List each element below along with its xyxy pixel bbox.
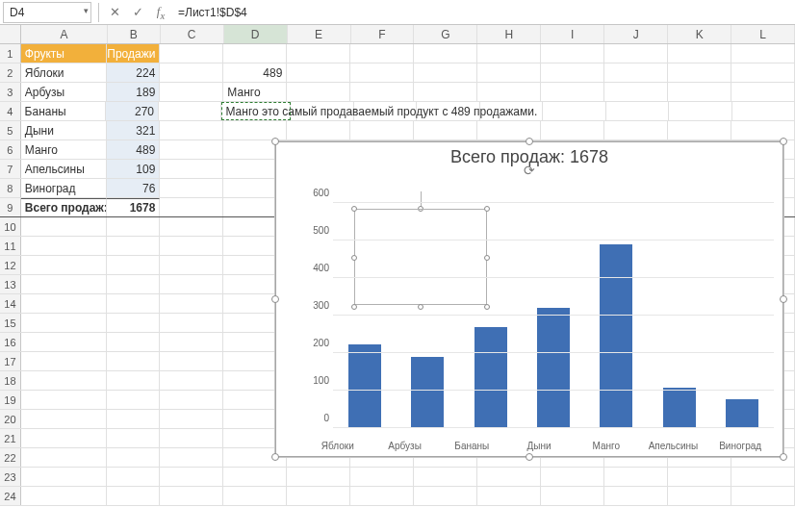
- col-header-k[interactable]: K: [668, 25, 731, 43]
- row-header-7[interactable]: 7: [0, 160, 21, 178]
- col-header-a[interactable]: A: [21, 25, 108, 43]
- resize-handle-se[interactable]: [780, 453, 787, 461]
- bar-rect[interactable]: [474, 327, 507, 428]
- cell-b1[interactable]: Продажи: [107, 44, 160, 63]
- row-header-21[interactable]: 21: [0, 429, 21, 447]
- y-tick-label: 500: [313, 225, 329, 236]
- bar-rect[interactable]: [663, 388, 696, 429]
- row-header-22[interactable]: 22: [0, 448, 21, 467]
- col-header-d[interactable]: D: [224, 25, 288, 43]
- cell-a1[interactable]: Фрукты: [21, 44, 107, 63]
- col-header-e[interactable]: E: [288, 25, 351, 43]
- cancel-button[interactable]: ✕: [103, 2, 126, 23]
- cell-c1[interactable]: [160, 44, 223, 63]
- y-tick-label: 400: [313, 263, 329, 273]
- cell-d4[interactable]: Манго это самый продаваемый продукт с 48…: [221, 102, 291, 120]
- col-header-b[interactable]: B: [108, 25, 161, 43]
- column-headers: A B C D E F G H I J K L: [0, 25, 795, 44]
- cell-a6[interactable]: Манго: [21, 140, 107, 159]
- resize-handle-nw[interactable]: [271, 138, 279, 145]
- row-header-2[interactable]: 2: [0, 63, 21, 82]
- row-header-14[interactable]: 14: [0, 294, 21, 313]
- cell-a2[interactable]: Яблоки: [21, 63, 107, 82]
- col-header-j[interactable]: J: [604, 25, 668, 43]
- col-header-g[interactable]: G: [414, 25, 477, 43]
- row-header-24[interactable]: 24: [0, 487, 21, 505]
- row-23: 23: [0, 468, 795, 487]
- resize-handle-e[interactable]: [780, 295, 787, 303]
- cell-a4[interactable]: Бананы: [21, 102, 107, 120]
- cell-d2[interactable]: 489: [223, 63, 287, 82]
- chart-object[interactable]: Всего продаж: 1678 ⟳ 0100200300400500600: [274, 140, 784, 458]
- row-header-4[interactable]: 4: [0, 102, 21, 120]
- row-header-17[interactable]: 17: [0, 352, 21, 370]
- x-tick-label: Манго: [573, 441, 640, 451]
- fx-button[interactable]: fx: [149, 2, 172, 23]
- row-header-20[interactable]: 20: [0, 410, 21, 428]
- bar-Бананы[interactable]: [459, 203, 522, 428]
- bar-Манго[interactable]: [585, 203, 648, 428]
- cell-b4[interactable]: 270: [106, 102, 159, 120]
- bar-Виноград[interactable]: [711, 203, 774, 428]
- cell-a9[interactable]: Всего продаж:: [21, 198, 107, 216]
- cell-a5[interactable]: Дыни: [21, 121, 107, 139]
- select-all-corner[interactable]: [0, 25, 21, 43]
- cell-d3[interactable]: Манго: [223, 83, 287, 101]
- row-header-16[interactable]: 16: [0, 333, 21, 351]
- spreadsheet-grid[interactable]: A B C D E F G H I J K L 1 Фрукты Продажи…: [0, 25, 795, 506]
- cell-b8[interactable]: 76: [107, 179, 160, 197]
- bar-rect[interactable]: [600, 244, 632, 428]
- x-tick-label: Виноград: [706, 441, 774, 451]
- resize-handle-s[interactable]: [526, 453, 533, 461]
- row-header-1[interactable]: 1: [0, 44, 21, 63]
- row-header-13[interactable]: 13: [0, 275, 21, 293]
- row-header-3[interactable]: 3: [0, 83, 21, 101]
- rotate-icon[interactable]: ⟳: [524, 163, 535, 178]
- bar-Яблоки[interactable]: [333, 203, 396, 428]
- bar-rect[interactable]: [537, 308, 570, 428]
- col-header-c[interactable]: C: [161, 25, 224, 43]
- bars-container: [333, 203, 774, 428]
- x-tick-label: Бананы: [438, 441, 505, 451]
- col-header-i[interactable]: I: [541, 25, 604, 43]
- cell-a8[interactable]: Виноград: [21, 179, 107, 197]
- resize-handle-sw[interactable]: [271, 453, 279, 461]
- bar-rect[interactable]: [726, 399, 758, 428]
- row-header-9[interactable]: 9: [0, 198, 21, 216]
- cell-d1[interactable]: [223, 44, 287, 63]
- row-header-8[interactable]: 8: [0, 179, 21, 197]
- row-header-18[interactable]: 18: [0, 371, 21, 390]
- bar-rect[interactable]: [411, 357, 444, 428]
- row-header-11[interactable]: 11: [0, 237, 21, 255]
- bar-Арбузы[interactable]: [396, 203, 458, 428]
- formula-input[interactable]: =Лист1!$D$4: [172, 6, 795, 19]
- row-header-23[interactable]: 23: [0, 468, 21, 486]
- dropdown-icon[interactable]: ▾: [84, 6, 89, 15]
- cell-a3[interactable]: Арбузы: [21, 83, 107, 101]
- bar-Апельсины[interactable]: [648, 203, 710, 428]
- row-header-5[interactable]: 5: [0, 121, 21, 139]
- name-box[interactable]: D4 ▾: [3, 2, 91, 23]
- resize-handle-ne[interactable]: [780, 138, 787, 145]
- resize-handle-w[interactable]: [271, 295, 279, 303]
- row-header-10[interactable]: 10: [0, 217, 21, 236]
- cell-b7[interactable]: 109: [107, 160, 160, 178]
- col-header-h[interactable]: H: [477, 25, 541, 43]
- enter-button[interactable]: ✓: [126, 2, 149, 23]
- cell-b6[interactable]: 489: [107, 140, 160, 159]
- row-header-19[interactable]: 19: [0, 391, 21, 409]
- x-tick-label: Яблоки: [304, 441, 372, 451]
- cell-b2[interactable]: 224: [107, 63, 160, 82]
- cell-b9[interactable]: 1678: [107, 198, 160, 216]
- bar-Дыни[interactable]: [522, 203, 584, 428]
- row-header-12[interactable]: 12: [0, 256, 21, 274]
- row-header-6[interactable]: 6: [0, 140, 21, 159]
- bar-rect[interactable]: [348, 344, 381, 428]
- cell-b5[interactable]: 321: [107, 121, 160, 139]
- col-header-l[interactable]: L: [731, 25, 795, 43]
- resize-handle-n[interactable]: [526, 138, 533, 145]
- cell-a7[interactable]: Апельсины: [21, 160, 107, 178]
- col-header-f[interactable]: F: [351, 25, 415, 43]
- row-header-15[interactable]: 15: [0, 314, 21, 332]
- cell-b3[interactable]: 189: [107, 83, 160, 101]
